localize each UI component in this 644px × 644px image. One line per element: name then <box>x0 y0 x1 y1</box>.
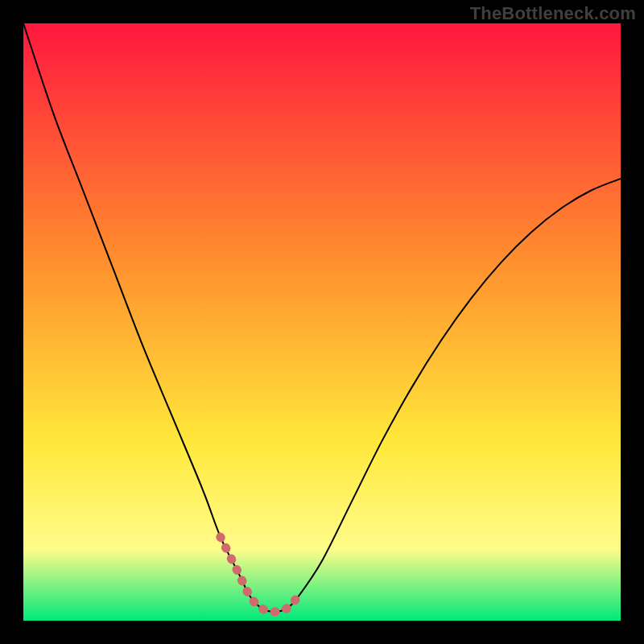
watermark-text: TheBottleneck.com <box>470 3 636 24</box>
gradient-background <box>23 23 621 621</box>
chart-frame: TheBottleneck.com <box>0 0 644 644</box>
plot-area <box>23 23 621 621</box>
bottleneck-chart <box>23 23 621 621</box>
